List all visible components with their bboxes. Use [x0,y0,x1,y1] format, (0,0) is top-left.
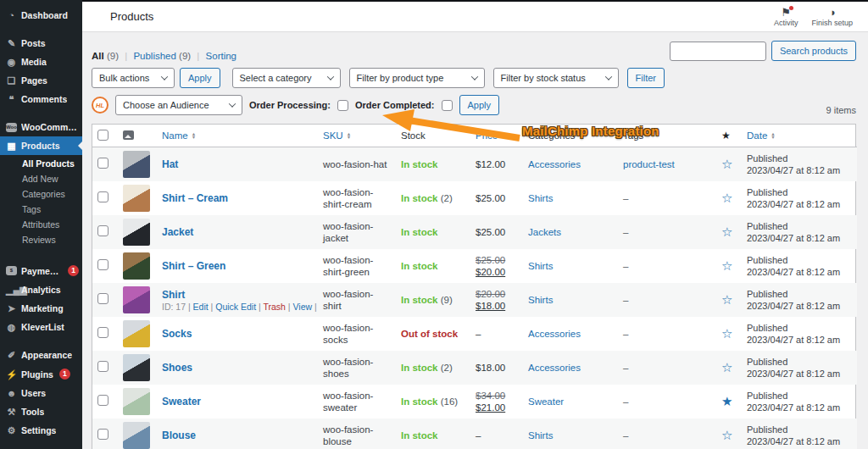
search-products-button[interactable]: Search products [771,41,856,61]
sidebar-item-media[interactable]: ◉Media [0,53,82,71]
sidebar-item-plugins[interactable]: ⚡Plugins1 [0,364,82,384]
apply-mailchimp-button[interactable]: Apply [459,95,500,115]
tag-link[interactable]: product-test [623,159,675,169]
category-link[interactable]: Shirts [528,430,553,441]
category-select[interactable]: Select a category [232,68,341,88]
category-link[interactable]: Accessories [528,329,581,339]
row-action-edit[interactable]: Edit [193,302,209,312]
product-thumbnail[interactable] [123,354,150,381]
view-published[interactable]: Published [133,51,176,61]
featured-star-toggle[interactable]: ☆ [721,360,732,374]
featured-star-toggle[interactable]: ★ [721,394,732,408]
users-icon: ☻ [6,388,17,398]
product-thumbnail[interactable] [123,422,150,449]
featured-star-toggle[interactable]: ☆ [721,292,732,307]
product-name-link[interactable]: Shirt – Cream [162,192,228,204]
sidebar-item-payments[interactable]: $Payments1 [0,261,82,280]
row-checkbox[interactable] [97,158,108,169]
sidebar-item-settings[interactable]: ⚙Settings [0,421,82,440]
sidebar-item-pages[interactable]: ❏Pages [0,71,82,90]
product-thumbnail[interactable] [123,388,150,415]
row-checkbox[interactable] [97,259,108,270]
product-thumbnail[interactable] [123,185,150,212]
featured-star-toggle[interactable]: ☆ [721,224,732,239]
sidebar-item-kleverlist[interactable]: ◍KleverList [0,318,82,336]
view-all[interactable]: All [92,51,104,61]
sku-cell: woo-fasion-jacket [318,215,396,249]
category-link[interactable]: Jackets [528,227,561,237]
sidebar-item-dashboard[interactable]: ◔Dashboard [0,6,82,25]
product-thumbnail[interactable] [123,151,150,178]
sidebar-subitem-attributes[interactable]: Attributes [0,217,82,232]
bulk-actions-select[interactable]: Bulk actions [92,68,175,88]
featured-star-toggle[interactable]: ☆ [721,326,732,341]
product-thumbnail[interactable] [123,320,150,347]
filter-button[interactable]: Filter [627,68,665,88]
sidebar-subitem-categories[interactable]: Categories [0,186,82,202]
sku-sort-link[interactable]: SKU▲▼ [323,130,351,141]
product-name-link[interactable]: Shirt [162,289,185,301]
category-link[interactable]: Accessories [528,159,581,169]
sidebar-item-tools[interactable]: ⚒Tools [0,402,82,421]
publish-status: Published [747,424,852,435]
featured-star-toggle[interactable]: ☆ [721,258,732,273]
sidebar-subitem-add-new[interactable]: Add New [0,171,82,186]
product-name-link[interactable]: Jacket [162,226,193,238]
row-checkbox[interactable] [97,361,108,372]
category-link[interactable]: Shirts [528,261,553,271]
audience-select[interactable]: Choose an Audience [115,95,242,115]
product-name-link[interactable]: Shoes [162,362,192,374]
featured-star-toggle[interactable]: ☆ [721,428,732,442]
row-checkbox[interactable] [97,395,108,406]
order-completed-checkbox[interactable] [442,100,453,111]
stock-status-select[interactable]: Filter by stock status [493,68,619,88]
sidebar-item-appearance[interactable]: ✐Appearance [0,346,82,364]
price-cell: $20.00$18.00 [470,283,523,317]
product-name-link[interactable]: Socks [162,328,192,340]
row-action-quick-edit[interactable]: Quick Edit [215,302,256,312]
finish-setup-button[interactable]: ◑ Finish setup [811,7,853,27]
category-link[interactable]: Sweater [528,396,564,407]
category-link[interactable]: Shirts [528,193,553,203]
product-name-link[interactable]: Shirt – Green [162,260,225,272]
row-checkbox[interactable] [97,293,108,304]
order-processing-checkbox[interactable] [337,100,348,111]
product-thumbnail[interactable] [123,252,150,280]
product-thumbnail[interactable] [123,286,150,313]
sidebar-item-analytics[interactable]: ▁▄▆Analytics [0,280,82,299]
sidebar-item-users[interactable]: ☻Users [0,384,82,402]
select-all-checkbox[interactable] [97,130,108,141]
product-thumbnail[interactable] [123,219,150,246]
apply-bulk-button[interactable]: Apply [180,68,220,88]
row-checkbox[interactable] [97,225,108,236]
sidebar-subitem-tags[interactable]: Tags [0,202,82,217]
featured-star-toggle[interactable]: ☆ [721,191,732,205]
date-cell-wrap: Published2023/04/27 at 8:12 am [742,147,857,182]
row-action-view[interactable]: View [292,302,312,312]
price-sort-link[interactable]: Price▲▼ [476,130,506,141]
category-link[interactable]: Accessories [528,363,581,373]
row-checkbox[interactable] [97,429,108,440]
sidebar-subitem-reviews[interactable]: Reviews [0,232,82,247]
product-type-select[interactable]: Filter by product type [349,68,485,88]
row-checkbox[interactable] [97,191,108,202]
date-sort-link[interactable]: Date▲▼ [747,130,776,141]
view-sorting[interactable]: Sorting [206,51,236,61]
name-sort-link[interactable]: Name▲▼ [162,130,196,141]
search-input[interactable] [670,42,766,61]
sidebar-item-woocommerce[interactable]: WooWooCommerce [0,118,82,136]
featured-star-toggle[interactable]: ☆ [721,157,732,171]
sidebar-item-comments[interactable]: ❝Comments [0,90,82,108]
sidebar-item-posts[interactable]: ✎Posts [0,34,82,53]
sidebar-subitem-all-products[interactable]: All Products [0,156,82,171]
activity-button[interactable]: ⚑ Activity [774,7,798,27]
row-checkbox[interactable] [97,327,108,338]
header-actions: ⚑ Activity ◑ Finish setup [774,7,853,27]
category-link[interactable]: Shirts [528,295,553,305]
product-name-link[interactable]: Blouse [162,430,196,441]
product-name-link[interactable]: Sweater [162,396,201,407]
product-name-link[interactable]: Hat [162,158,178,170]
sidebar-item-marketing[interactable]: ➤Marketing [0,299,82,318]
sidebar-item-products[interactable]: ▦Products [0,136,82,155]
row-action-trash[interactable]: Trash [263,302,285,312]
